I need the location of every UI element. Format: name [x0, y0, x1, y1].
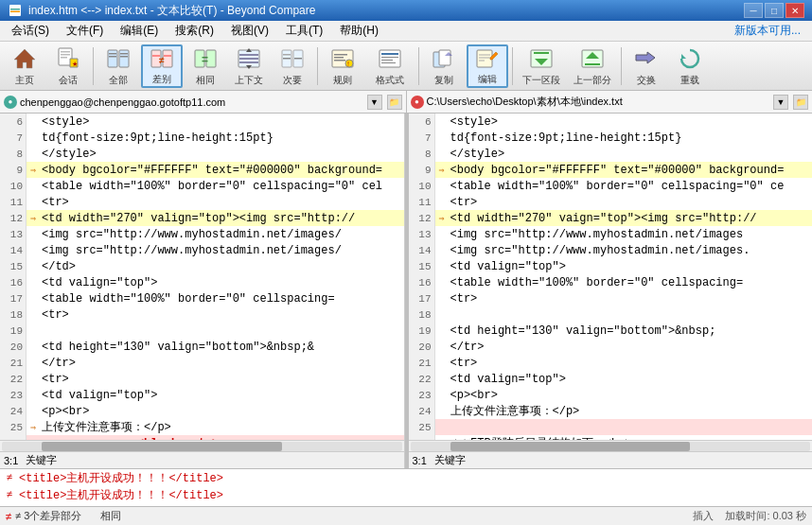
toolbar-next[interactable]: 次要	[272, 44, 313, 88]
svg-rect-17	[163, 50, 172, 67]
toolbar-diff-label: 差别	[152, 73, 171, 86]
line-content: <td width="270" valign="top"><img src="h…	[40, 212, 404, 225]
separator-2	[317, 47, 318, 85]
left-code-area[interactable]: 6 <style>7 td{font-size:9pt;line-height:…	[0, 114, 404, 440]
svg-rect-13	[120, 53, 128, 55]
line-number: 9	[0, 162, 26, 178]
line-content: <td valign="top">	[449, 373, 813, 386]
toolbar-same-label: 相同	[196, 74, 215, 87]
diff-count: ≠ 3个差异部分	[15, 509, 81, 523]
menu-help[interactable]: 帮助(H)	[332, 21, 386, 41]
left-scrollbar-track[interactable]	[2, 442, 402, 451]
toolbar-next-section[interactable]: 下一区段	[517, 44, 566, 88]
right-scrollbar[interactable]	[409, 440, 813, 451]
line-number: 21	[0, 355, 26, 371]
line-arrow: ⇒	[26, 165, 40, 176]
toolbar-session[interactable]: ★ 会话	[47, 44, 89, 88]
session-icon: ★	[55, 45, 81, 72]
toolbar-swap[interactable]: 交换	[626, 44, 667, 88]
toolbar-format[interactable]: 格式式	[365, 44, 415, 88]
table-row: 6 <style>	[409, 114, 813, 130]
line-number: 12	[409, 210, 435, 226]
line-content: <style>	[40, 115, 404, 129]
left-scrollbar[interactable]	[0, 440, 404, 451]
toolbar-copy[interactable]: 复制	[423, 44, 465, 88]
title-bar: index.htm <--> index.txt - 文本比较(T) - Bey…	[0, 0, 812, 21]
left-footer: 3:1 关键字	[0, 451, 404, 468]
toolbar-updown[interactable]: 上下文	[228, 44, 270, 88]
right-path-browse[interactable]: 📁	[793, 95, 808, 110]
prev-section-icon	[579, 45, 606, 72]
all-icon	[105, 45, 132, 72]
svg-marker-60	[636, 52, 655, 63]
line-content: <style>	[449, 115, 813, 129]
diff-preview-arrow-2: ≠	[0, 489, 19, 500]
app-icon	[8, 3, 23, 18]
menu-search[interactable]: 搜索(R)	[168, 21, 221, 41]
line-number: 10	[0, 178, 26, 194]
right-path-bar: ● C:\Users\echo\Desktop\素材\本地\index.txt …	[407, 91, 813, 113]
menu-view[interactable]: 视图(V)	[223, 21, 276, 41]
svg-rect-45	[381, 62, 396, 63]
right-path-icon: ●	[411, 96, 424, 109]
svg-rect-12	[109, 53, 116, 55]
line-content: td{font-size:9pt;line-height:15pt}	[40, 131, 404, 145]
line-content: 上传文件注意事项：</p>	[449, 403, 813, 419]
toolbar-home[interactable]: 主页	[4, 44, 45, 88]
line-number: 25	[0, 419, 26, 435]
diff-preview: ≠ <title>主机开设成功！！！</title> ≠ <title>主机开设…	[0, 468, 812, 506]
line-content: <td valign="top">	[40, 276, 404, 289]
right-code-area[interactable]: 6 <style>7 td{font-size:9pt;line-height:…	[409, 114, 813, 440]
toolbar-rules[interactable]: ! 规则	[322, 44, 363, 88]
table-row: 19	[0, 323, 404, 339]
toolbar-home-label: 主页	[15, 74, 34, 87]
toolbar-same[interactable]: = 相同	[185, 44, 226, 88]
table-row: 19 <td height="130" valign="bottom">&nbs…	[409, 323, 813, 339]
svg-rect-33	[283, 58, 291, 60]
maximize-button[interactable]: □	[765, 3, 784, 18]
toolbar-prev-section[interactable]: 上一部分	[568, 44, 617, 88]
separator-3	[418, 47, 419, 85]
toolbar-all[interactable]: 全部	[97, 44, 139, 88]
right-scrollbar-track[interactable]	[411, 442, 811, 451]
left-path-dropdown[interactable]: ▼	[367, 95, 382, 110]
menu-file[interactable]: 文件(F)	[59, 21, 111, 41]
line-content: <img src="http://www.myhostadmin.net/ima…	[449, 228, 813, 241]
line-content: <td height="130" valign="bottom">&nbsp;&	[40, 341, 404, 354]
svg-rect-37	[334, 57, 344, 59]
left-path-browse[interactable]: 📁	[387, 95, 402, 110]
table-row: 9⇒ <body bgcolor="#FFFFFF" text="#000000…	[0, 162, 404, 178]
next-icon	[279, 45, 306, 72]
line-number: 6	[0, 114, 26, 130]
right-path-dropdown[interactable]: ▼	[773, 95, 788, 110]
svg-rect-56	[534, 52, 549, 54]
menu-session[interactable]: 会话(S)	[4, 21, 57, 41]
menu-edit[interactable]: 编辑(E)	[113, 21, 166, 41]
updown-icon	[236, 45, 262, 72]
left-path: chenpenggao@chenpenggao.gotoftp11.com	[20, 96, 364, 108]
line-number: 24	[409, 403, 435, 419]
line-content: <table width="100%" border="0" cellspaci…	[449, 276, 813, 289]
left-keyword-label: 关键字	[26, 453, 57, 467]
line-number: 14	[0, 242, 26, 258]
separator-4	[512, 47, 513, 85]
line-number: 21	[409, 355, 435, 371]
close-button[interactable]: ✕	[786, 3, 804, 18]
line-content: <img src="http://www.myhostadmin.net/ima…	[40, 228, 404, 241]
line-content: <p><br>	[40, 405, 404, 418]
minimize-button[interactable]: ─	[744, 3, 763, 18]
toolbar-diff[interactable]: ≠ 差别	[141, 44, 183, 88]
line-number: 20	[409, 339, 435, 355]
line-arrow: ⇒	[435, 165, 449, 176]
path-bars: ● chenpenggao@chenpenggao.gotoftp11.com …	[0, 91, 812, 114]
left-code-lines: 6 <style>7 td{font-size:9pt;line-height:…	[0, 114, 404, 440]
toolbar-reload[interactable]: 重载	[669, 44, 711, 88]
table-row: 11 <tr>	[0, 194, 404, 210]
update-notice[interactable]: 新版本可用...	[734, 23, 808, 39]
svg-text:★: ★	[72, 61, 78, 67]
menu-tools[interactable]: 工具(T)	[278, 21, 330, 41]
table-row: 14 <img src="http://www.myhostadmin.net/…	[0, 242, 404, 258]
table-row: 7 td{font-size:9pt;line-height:15pt}	[409, 130, 813, 146]
toolbar-edit[interactable]: 编辑	[467, 44, 508, 88]
line-number: 15	[0, 258, 26, 274]
